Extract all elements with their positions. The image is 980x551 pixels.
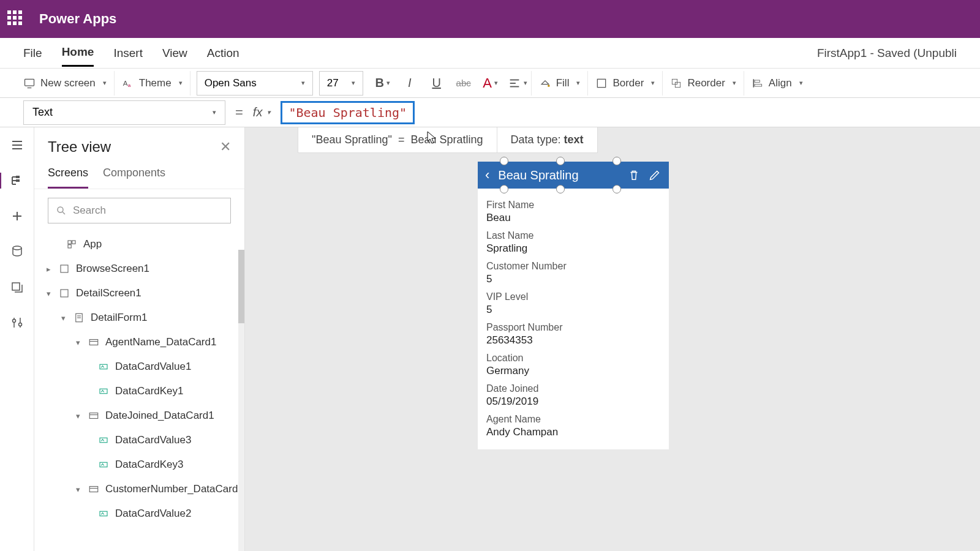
field-value: 05/19/2019 [486, 395, 660, 408]
tree-item-datacardvalue2[interactable]: DataCardValue2 [34, 501, 244, 526]
property-select[interactable]: Text ▾ [23, 100, 225, 125]
new-screen-label: New screen [40, 77, 96, 89]
formula-bar: Text ▾ = fx▾ "Beau Spratling" [0, 98, 980, 127]
font-color-button[interactable]: A▾ [477, 71, 504, 96]
theme-label: Theme [139, 77, 172, 89]
search-placeholder: Search [73, 204, 106, 217]
formula-text: "Beau Spratling" [281, 101, 415, 124]
new-screen-button[interactable]: New screen ▾ [23, 71, 115, 96]
fill-button[interactable]: Fill ▾ [531, 71, 589, 96]
chevron-down-icon: ▾ [576, 79, 580, 87]
bold-button[interactable]: B▾ [369, 71, 396, 96]
preview-title[interactable]: Beau Spratling [498, 168, 620, 182]
menu-file[interactable]: File [23, 40, 42, 66]
screen-icon [23, 77, 36, 89]
svg-point-21 [13, 246, 21, 250]
border-button[interactable]: Border ▾ [588, 71, 663, 96]
collapse-icon[interactable]: ▾ [74, 411, 82, 421]
field-label: VIP Level [486, 291, 660, 302]
delete-icon[interactable] [627, 168, 641, 182]
rail-media[interactable] [8, 278, 26, 296]
italic-button[interactable]: I [396, 71, 423, 96]
tree-item-datacardvalue1[interactable]: DataCardValue1 [34, 354, 244, 379]
tab-screens[interactable]: Screens [48, 160, 88, 189]
collapse-icon[interactable]: ▾ [74, 485, 82, 494]
svg-rect-30 [72, 241, 75, 244]
screen-icon [59, 288, 70, 299]
tree-item-detailform[interactable]: ▾DetailForm1 [34, 305, 244, 330]
tree-view-title: Tree view [48, 138, 111, 156]
tree-item-customernumber-card[interactable]: ▾CustomerNumber_DataCard1 [34, 477, 244, 501]
field-value: 25634353 [486, 334, 660, 347]
tree-item-datacardkey3[interactable]: DataCardKey3 [34, 452, 244, 477]
collapse-icon[interactable]: ▾ [44, 289, 53, 298]
app-preview[interactable]: ‹ Beau Spratling First NameBeauLast Name… [478, 162, 669, 449]
reorder-icon [670, 77, 682, 89]
formula-result-bar: "Beau Spratling" = Beau Spratling Data t… [298, 127, 598, 153]
tree-item-detailscreen[interactable]: ▾DetailScreen1 [34, 281, 244, 305]
datacard-icon [88, 410, 99, 421]
menu-home[interactable]: Home [62, 39, 94, 67]
svg-rect-33 [61, 290, 68, 297]
tree-item-agentname-card[interactable]: ▾AgentName_DataCard1 [34, 330, 244, 354]
selection-handle[interactable] [612, 185, 621, 193]
text-align-button[interactable]: ▾ [504, 71, 531, 96]
tree-search-input[interactable]: Search [48, 198, 231, 223]
svg-rect-45 [89, 487, 98, 492]
menu-action[interactable]: Action [207, 40, 239, 66]
menu-insert[interactable]: Insert [113, 40, 143, 66]
svg-rect-12 [755, 80, 760, 82]
reorder-button[interactable]: Reorder ▾ [663, 71, 744, 96]
menu-bar: File Home Insert View Action FirstApp1 -… [0, 38, 980, 69]
tab-components[interactable]: Components [103, 160, 165, 189]
back-icon[interactable]: ‹ [485, 167, 489, 183]
tree-item-datacardvalue3[interactable]: DataCardValue3 [34, 428, 244, 452]
collapse-icon[interactable]: ▾ [59, 313, 67, 323]
field-value: Beau [486, 212, 660, 224]
svg-rect-13 [755, 84, 762, 86]
selection-handle[interactable] [500, 185, 508, 193]
align-button[interactable]: Align ▾ [744, 71, 810, 96]
tree-item-app[interactable]: App [34, 232, 244, 257]
canvas[interactable]: "Beau Spratling" = Beau Spratling Data t… [245, 127, 980, 551]
formula-input[interactable]: "Beau Spratling" [281, 100, 973, 125]
underline-button[interactable]: U [423, 71, 450, 96]
svg-rect-17 [16, 176, 20, 178]
chevron-down-icon: ▾ [179, 79, 183, 87]
fx-button[interactable]: fx▾ [253, 105, 271, 119]
selection-handle[interactable] [556, 157, 565, 165]
collapse-icon[interactable]: ▾ [74, 338, 82, 347]
expand-icon[interactable]: ▸ [44, 264, 53, 274]
chevron-down-icon: ▾ [103, 79, 107, 87]
tree-item-datejoined-card[interactable]: ▾DateJoined_DataCard1 [34, 403, 244, 428]
theme-button[interactable]: Aa Theme ▾ [115, 71, 190, 96]
rail-insert[interactable] [8, 207, 26, 225]
rail-advanced[interactable] [8, 313, 26, 332]
preview-header[interactable]: ‹ Beau Spratling [478, 162, 669, 189]
label-icon [98, 435, 109, 446]
field-label: First Name [486, 200, 660, 211]
close-panel-button[interactable]: ✕ [220, 139, 231, 155]
strikethrough-button[interactable]: abc [450, 71, 477, 96]
font-size-value: 27 [327, 77, 339, 89]
font-size-select[interactable]: 27 ▾ [319, 71, 363, 96]
svg-rect-37 [89, 340, 98, 345]
edit-icon[interactable] [648, 168, 662, 182]
scrollbar-thumb[interactable] [238, 250, 244, 323]
font-family-select[interactable]: Open Sans ▾ [197, 71, 313, 96]
rail-hamburger[interactable] [8, 136, 26, 154]
tree-item-browsescreen[interactable]: ▸BrowseScreen1 [34, 257, 244, 281]
app-launcher-icon[interactable] [7, 10, 24, 28]
selection-handle[interactable] [500, 157, 508, 165]
selection-handle[interactable] [556, 185, 565, 193]
rail-tree-view[interactable] [8, 171, 26, 190]
screen-icon [59, 263, 70, 274]
border-icon [595, 77, 608, 89]
tree-item-datacardkey1[interactable]: DataCardKey1 [34, 379, 244, 403]
chevron-down-icon: ▾ [651, 79, 655, 87]
tree-view-panel: Tree view ✕ Screens Components Search Ap… [34, 127, 245, 551]
selection-handle[interactable] [612, 157, 621, 165]
menu-view[interactable]: View [162, 40, 187, 66]
svg-point-27 [58, 207, 63, 212]
rail-data[interactable] [8, 242, 26, 261]
